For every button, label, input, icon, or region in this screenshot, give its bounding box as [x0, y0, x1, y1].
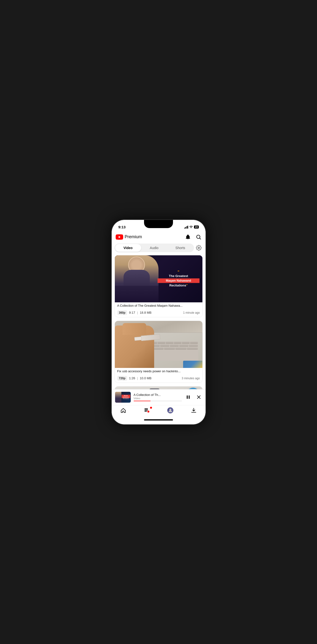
wifi-icon	[189, 225, 193, 229]
mini-player-progress-fill	[134, 401, 151, 401]
mini-player: Maqam Nahawand Recitations A Collection …	[112, 389, 206, 405]
svg-rect-7	[145, 408, 148, 409]
status-bar: 9:13 23	[112, 220, 206, 232]
tab-bar: Video Audio Shorts	[112, 242, 206, 254]
mini-player-controls	[185, 394, 202, 400]
signal-bars	[184, 226, 188, 228]
yt-logo: Premium	[116, 234, 142, 240]
signal-bar-2	[185, 227, 186, 228]
battery-badge: 23	[194, 226, 199, 228]
size-2: 10.0 MB	[140, 376, 152, 380]
status-icons: 23	[184, 225, 199, 229]
nav-downloads[interactable]	[187, 407, 200, 414]
svg-rect-6	[189, 396, 190, 399]
header-icons	[185, 234, 202, 240]
bottom-nav	[112, 405, 206, 418]
bell-icon	[185, 234, 191, 240]
video-thumbnail-2	[115, 321, 202, 368]
phone-frame: 9:13 23	[111, 220, 206, 425]
quality-badge-2: 720p	[117, 376, 127, 381]
nav-profile[interactable]	[164, 407, 177, 414]
signal-bar-1	[184, 228, 185, 228]
close-mini-player-button[interactable]	[195, 394, 202, 400]
nav-queue[interactable]	[140, 407, 153, 414]
downloads-icon	[191, 407, 197, 414]
close-icon	[196, 395, 201, 400]
svg-point-1	[198, 247, 199, 248]
app-header: Premium	[112, 232, 206, 242]
mini-player-subtitle: Video	[134, 397, 182, 400]
duration-1: 9:17	[129, 311, 135, 314]
app-title: Premium	[125, 234, 142, 240]
home-icon	[120, 407, 126, 414]
nav-home[interactable]	[117, 407, 130, 414]
avatar-icon	[167, 407, 173, 414]
video-card[interactable]: " The Greatest Maqam Nahawand Recitation…	[115, 255, 203, 317]
video-thumbnail-3: A18	[115, 386, 202, 389]
mini-player-progress	[134, 401, 182, 401]
settings-button[interactable]	[195, 244, 203, 252]
time-ago-1: 1 minute ago	[183, 311, 200, 314]
svg-rect-8	[145, 410, 148, 410]
tab-shorts[interactable]: Shorts	[167, 244, 193, 252]
svg-point-10	[147, 410, 149, 412]
tab-video[interactable]: Video	[115, 244, 141, 252]
search-icon	[196, 234, 201, 240]
video-card-3[interactable]: A18	[115, 386, 203, 389]
home-indicator-area	[112, 418, 206, 424]
svg-rect-5	[187, 396, 188, 399]
size-1: 18.8 MB	[140, 311, 152, 314]
svg-rect-9	[145, 411, 147, 412]
bell-button[interactable]	[185, 234, 191, 240]
pause-icon	[185, 394, 191, 400]
search-button[interactable]	[195, 234, 202, 240]
video-title-2: Fix usb accessory needs power on hackint…	[117, 370, 200, 373]
pause-button[interactable]	[185, 394, 192, 400]
mini-player-title: A Collection of Th...	[134, 393, 182, 396]
tab-segment: Video Audio Shorts	[115, 244, 194, 252]
gear-icon	[196, 245, 202, 251]
home-indicator	[144, 419, 173, 420]
content-area: " The Greatest Maqam Nahawand Recitation…	[112, 254, 206, 389]
video-card-2[interactable]: Fix usb accessory needs power on hackint…	[115, 321, 203, 383]
video-meta-1: 360p 9:17 | 18.8 MB 1 minute ago	[115, 308, 202, 317]
quality-badge-1: 360p	[117, 310, 127, 315]
signal-bar-3	[186, 226, 187, 228]
status-time: 9:13	[118, 225, 126, 229]
video-thumbnail-1: " The Greatest Maqam Nahawand Recitation…	[115, 255, 202, 302]
video-title-1: A Collection of The Greatest Maqam Nahaw…	[117, 304, 200, 308]
tab-audio[interactable]: Audio	[141, 244, 167, 252]
queue-badge	[150, 407, 152, 409]
notch	[144, 220, 173, 228]
mini-player-info: A Collection of Th... Video	[134, 393, 182, 401]
svg-point-11	[169, 409, 171, 410]
queue-icon	[144, 407, 150, 414]
mini-player-thumb: Maqam Nahawand Recitations	[115, 392, 131, 403]
signal-bar-4	[187, 226, 188, 228]
time-ago-2: 3 minutes ago	[182, 376, 200, 380]
duration-2: 1:26	[129, 376, 135, 380]
youtube-icon	[116, 234, 123, 240]
video-meta-2: 720p 1:26 | 10.0 MB 3 minutes ago	[115, 374, 202, 383]
phone-screen: 9:13 23	[112, 220, 206, 424]
